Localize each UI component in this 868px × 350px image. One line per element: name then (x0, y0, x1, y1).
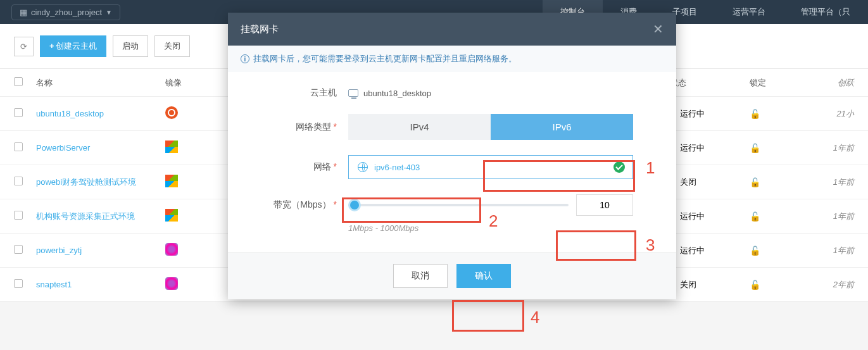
created-time: 1年前 (817, 142, 854, 154)
row-checkbox[interactable] (14, 142, 23, 151)
row-checkbox[interactable] (14, 177, 23, 185)
nav-ops[interactable]: 运营平台 (715, 0, 783, 24)
os-icon (165, 175, 178, 187)
created-time: 2年前 (817, 279, 854, 291)
os-icon (165, 106, 178, 119)
modal-info-text: 挂载网卡后，您可能需要登录到云主机更新网卡配置并且重启网络服务。 (253, 53, 517, 65)
col-created: 创跃 (817, 77, 854, 89)
bandwidth-input[interactable] (576, 194, 633, 216)
caret-down-icon: ▼ (106, 9, 112, 16)
network-select[interactable]: ipv6-net-403 (348, 155, 633, 179)
select-all-checkbox[interactable] (14, 77, 23, 86)
label-network: 网络 (313, 161, 331, 172)
required-icon: * (334, 161, 337, 172)
refresh-button[interactable]: ⟳ (14, 37, 34, 56)
bandwidth-slider[interactable] (348, 204, 569, 206)
modal-header: 挂载网卡 ✕ (228, 13, 676, 46)
vm-name-link[interactable]: powerbi_zytj (36, 246, 82, 255)
vm-name-link[interactable]: 机构账号资源采集正式环境 (36, 211, 135, 221)
modal-footer: 取消 确认 (228, 252, 676, 299)
seg-ipv4[interactable]: IPv4 (348, 114, 491, 140)
status-text: 关闭 (680, 280, 696, 289)
callout-num-2: 2 (489, 211, 498, 231)
attach-nic-modal: 挂载网卡 ✕ i 挂载网卡后，您可能需要登录到云主机更新网卡配置并且重启网络服务… (228, 13, 676, 299)
row-checkbox[interactable] (14, 245, 23, 254)
row-checkbox[interactable] (14, 211, 23, 220)
os-icon (165, 141, 178, 153)
col-lock: 锁定 (750, 77, 817, 89)
confirm-button[interactable]: 确认 (456, 264, 511, 288)
required-icon: * (334, 199, 337, 209)
row-checkbox[interactable] (14, 279, 23, 288)
modal-title: 挂载网卡 (241, 23, 279, 35)
info-icon: i (241, 54, 249, 63)
created-time: 1年前 (817, 245, 854, 256)
os-icon (165, 277, 178, 290)
slider-thumb[interactable] (348, 199, 361, 211)
refresh-icon: ⟳ (20, 42, 27, 51)
status-text: 运行中 (680, 246, 705, 255)
seg-ipv6[interactable]: IPv6 (491, 114, 633, 140)
os-icon (165, 209, 178, 222)
created-time: 1年前 (817, 211, 854, 222)
unlock-icon[interactable]: 🔓 (750, 280, 760, 290)
callout-box-4 (452, 300, 524, 332)
plus-icon: + (49, 41, 54, 51)
vm-name-link[interactable]: PowerbiServer (36, 143, 90, 153)
label-net-type: 网络类型 (296, 122, 331, 132)
unlock-icon[interactable]: 🔓 (750, 109, 760, 119)
vm-name-link[interactable]: ubuntu18_desktop (36, 109, 104, 118)
status-text: 运行中 (680, 211, 705, 221)
os-icon (165, 243, 178, 256)
network-value: ipv6-net-403 (374, 163, 420, 172)
callout-num-1: 1 (646, 158, 655, 178)
label-bandwidth: 带宽（Mbps） (274, 199, 330, 209)
callout-num-4: 4 (531, 308, 539, 327)
vm-name: ubuntu18_desktop (363, 89, 431, 98)
status-text: 运行中 (680, 109, 705, 118)
unlock-icon[interactable]: 🔓 (750, 177, 760, 187)
status-text: 关闭 (680, 177, 696, 187)
status-text: 运行中 (680, 143, 705, 153)
close-icon[interactable]: ✕ (653, 22, 664, 37)
created-time: 21小 (817, 108, 854, 120)
project-name: cindy_zhou_project (31, 8, 102, 17)
unlock-icon[interactable]: 🔓 (750, 246, 760, 256)
check-ok-icon (613, 161, 625, 173)
create-vm-button[interactable]: +创建云主机 (40, 35, 106, 57)
bandwidth-hint: 1Mbps - 1000Mbps (348, 223, 418, 233)
row-checkbox[interactable] (14, 108, 23, 117)
project-selector[interactable]: ▦ cindy_zhou_project ▼ (11, 4, 120, 20)
col-name: 名称 (36, 77, 165, 89)
net-type-segment: IPv4 IPv6 (348, 114, 633, 140)
nav-mgmt[interactable]: 管理平台（只 (783, 0, 868, 24)
grid-icon: ▦ (20, 8, 27, 17)
unlock-icon[interactable]: 🔓 (750, 211, 760, 222)
created-time: 1年前 (817, 177, 854, 188)
monitor-icon (348, 89, 358, 97)
cancel-button[interactable]: 取消 (393, 264, 448, 288)
vm-name-link[interactable]: powebi财务驾驶舱测试环境 (36, 177, 136, 187)
vm-name-link[interactable]: snaptest1 (36, 280, 72, 289)
modal-info: i 挂载网卡后，您可能需要登录到云主机更新网卡配置并且重启网络服务。 (228, 46, 676, 72)
col-status: 状态 (670, 77, 750, 89)
required-icon: * (334, 122, 337, 132)
callout-num-3: 3 (646, 235, 655, 255)
stop-button[interactable]: 关闭 (154, 35, 190, 57)
start-button[interactable]: 启动 (113, 35, 148, 57)
unlock-icon[interactable]: 🔓 (750, 143, 760, 153)
globe-icon (358, 162, 368, 172)
create-vm-label: 创建云主机 (56, 41, 97, 51)
label-vm: 云主机 (247, 87, 348, 99)
